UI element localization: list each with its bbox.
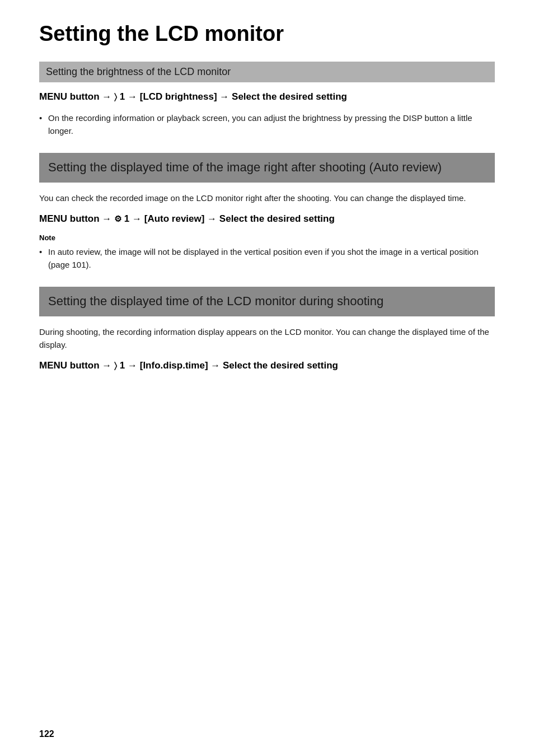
section-brightness: Setting the brightness of the LCD monito… <box>39 62 495 137</box>
note-bullet: In auto review, the image will not be di… <box>39 245 495 272</box>
section-lcd-shooting-body: During shooting, the recording informati… <box>39 325 495 352</box>
section-lcd-shooting-menu-instruction: MENU button → 〉 1 → [Info.disp.time] → S… <box>39 359 495 372</box>
page-title: Setting the LCD monitor <box>39 22 495 46</box>
section-brightness-bullet: On the recording information or playback… <box>39 111 495 138</box>
note-label: Note <box>39 234 495 242</box>
section-lcd-shooting-header: Setting the displayed time of the LCD mo… <box>39 287 495 316</box>
section-lcd-during-shooting: Setting the displayed time of the LCD mo… <box>39 287 495 372</box>
wrench-icon-2: 〉 <box>114 361 117 370</box>
wrench-icon: 〉 <box>114 92 117 101</box>
page-number: 122 <box>39 729 54 739</box>
gear-icon: ⚙ <box>114 214 121 223</box>
section-auto-review: Setting the displayed time of the image … <box>39 153 495 271</box>
section-auto-review-note: Note In auto review, the image will not … <box>39 234 495 272</box>
section-auto-review-menu-instruction: MENU button → ⚙ 1 → [Auto review] → Sele… <box>39 212 495 226</box>
section-auto-review-body: You can check the recorded image on the … <box>39 192 495 204</box>
section-brightness-menu-instruction: MENU button → 〉 1 → [LCD brightness] → S… <box>39 90 495 104</box>
section-brightness-header: Setting the brightness of the LCD monito… <box>39 62 495 82</box>
section-auto-review-header: Setting the displayed time of the image … <box>39 153 495 183</box>
